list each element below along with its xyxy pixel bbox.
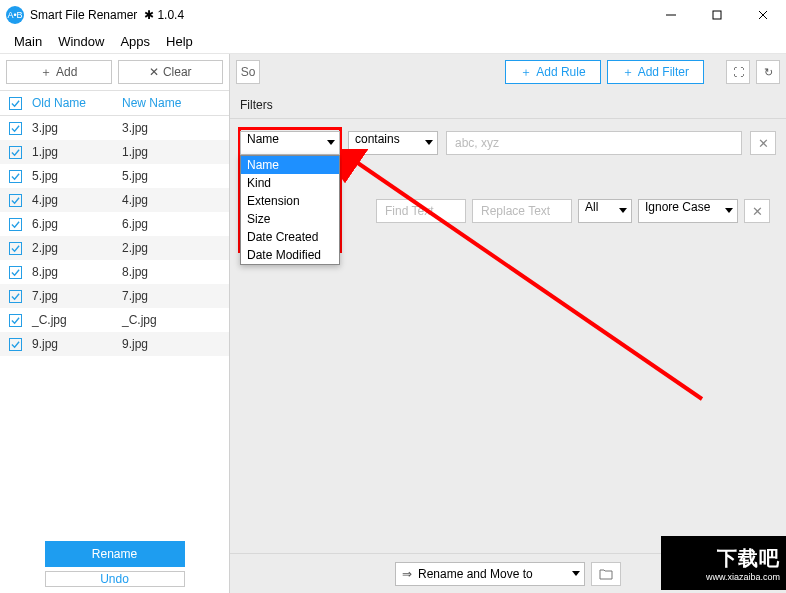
dropdown-option[interactable]: Name <box>241 156 339 174</box>
menu-window[interactable]: Window <box>50 32 112 51</box>
old-name-cell: 7.jpg <box>30 289 120 303</box>
menu-main[interactable]: Main <box>6 32 50 51</box>
dropdown-option[interactable]: Extension <box>241 192 339 210</box>
old-name-cell: 1.jpg <box>30 145 120 159</box>
new-name-cell: 1.jpg <box>120 145 229 159</box>
select-all-checkbox[interactable] <box>9 97 22 110</box>
row-checkbox[interactable] <box>9 314 22 327</box>
table-row[interactable]: 7.jpg7.jpg <box>0 284 229 308</box>
browse-folder-button[interactable] <box>591 562 621 586</box>
row-checkbox[interactable] <box>9 170 22 183</box>
rename-button[interactable]: Rename <box>45 541 185 567</box>
row-checkbox[interactable] <box>9 266 22 279</box>
remove-filter-button[interactable]: ✕ <box>750 131 776 155</box>
svg-rect-1 <box>713 11 721 19</box>
filters-heading: Filters <box>230 90 786 119</box>
dropdown-option[interactable]: Date Modified <box>241 246 339 264</box>
old-name-cell: 6.jpg <box>30 217 120 231</box>
row-checkbox[interactable] <box>9 338 22 351</box>
new-name-cell: 3.jpg <box>120 121 229 135</box>
add-button[interactable]: ＋Add <box>6 60 112 84</box>
title-bar: A•B Smart File Renamer ✱ 1.0.4 <box>0 0 786 30</box>
window-controls <box>648 0 786 30</box>
new-name-cell: 4.jpg <box>120 193 229 207</box>
chevron-down-icon <box>725 208 733 213</box>
new-name-cell: 9.jpg <box>120 337 229 351</box>
watermark: 下载吧 www.xiazaiba.com <box>661 536 786 590</box>
left-panel: ＋Add ✕Clear Old Name New Name 3.jpg3.jpg… <box>0 54 230 593</box>
refresh-icon[interactable]: ↻ <box>756 60 780 84</box>
expand-icon[interactable]: ⛶ <box>726 60 750 84</box>
add-rule-button[interactable]: ＋Add Rule <box>505 60 600 84</box>
old-name-cell: 5.jpg <box>30 169 120 183</box>
row-checkbox[interactable] <box>9 194 22 207</box>
svg-line-5 <box>352 159 702 399</box>
table-row[interactable]: 6.jpg6.jpg <box>0 212 229 236</box>
replace-text-input[interactable]: Replace Text <box>472 199 572 223</box>
table-row[interactable]: 5.jpg5.jpg <box>0 164 229 188</box>
table-row[interactable]: 8.jpg8.jpg <box>0 260 229 284</box>
rename-move-select[interactable]: ⇒Rename and Move to <box>395 562 585 586</box>
chevron-down-icon <box>425 140 433 145</box>
table-row[interactable]: 3.jpg3.jpg <box>0 116 229 140</box>
old-name-cell: 4.jpg <box>30 193 120 207</box>
new-name-cell: _C.jpg <box>120 313 229 327</box>
new-name-cell: 7.jpg <box>120 289 229 303</box>
row-checkbox[interactable] <box>9 146 22 159</box>
filter-value-input[interactable]: abc, xyz <box>446 131 742 155</box>
chevron-down-icon <box>619 208 627 213</box>
row-checkbox[interactable] <box>9 242 22 255</box>
old-name-cell: 3.jpg <box>30 121 120 135</box>
row-checkbox[interactable] <box>9 290 22 303</box>
old-name-cell: 9.jpg <box>30 337 120 351</box>
table-row[interactable]: 9.jpg9.jpg <box>0 332 229 356</box>
filter-condition-select[interactable]: contains <box>348 131 438 155</box>
filter-field-select[interactable]: Name <box>240 131 340 155</box>
case-select[interactable]: Ignore Case <box>638 199 738 223</box>
chevron-down-icon <box>327 140 335 145</box>
new-name-cell: 8.jpg <box>120 265 229 279</box>
new-name-cell: 5.jpg <box>120 169 229 183</box>
filter-field-dropdown[interactable]: NameKindExtensionSizeDate CreatedDate Mo… <box>240 155 340 265</box>
app-title: Smart File Renamer ✱ 1.0.4 <box>30 8 184 22</box>
sort-button[interactable]: So <box>236 60 260 84</box>
old-name-cell: 8.jpg <box>30 265 120 279</box>
grid-header: Old Name New Name <box>0 90 229 116</box>
dropdown-option[interactable]: Date Created <box>241 228 339 246</box>
col-old-name[interactable]: Old Name <box>30 96 120 110</box>
table-row[interactable]: 1.jpg1.jpg <box>0 140 229 164</box>
old-name-cell: _C.jpg <box>30 313 120 327</box>
table-row[interactable]: _C.jpg_C.jpg <box>0 308 229 332</box>
folder-icon <box>599 568 613 580</box>
col-new-name[interactable]: New Name <box>120 96 229 110</box>
new-name-cell: 2.jpg <box>120 241 229 255</box>
remove-rule-button[interactable]: ✕ <box>744 199 770 223</box>
menu-apps[interactable]: Apps <box>112 32 158 51</box>
dropdown-option[interactable]: Kind <box>241 174 339 192</box>
file-list: 3.jpg3.jpg1.jpg1.jpg5.jpg5.jpg4.jpg4.jpg… <box>0 116 229 535</box>
scope-select[interactable]: All <box>578 199 632 223</box>
table-row[interactable]: 4.jpg4.jpg <box>0 188 229 212</box>
maximize-button[interactable] <box>694 0 740 30</box>
undo-button[interactable]: Undo <box>45 571 185 587</box>
chevron-down-icon <box>572 571 580 576</box>
table-row[interactable]: 2.jpg2.jpg <box>0 236 229 260</box>
row-checkbox[interactable] <box>9 122 22 135</box>
annotation-arrow <box>342 149 722 409</box>
row-checkbox[interactable] <box>9 218 22 231</box>
app-icon: A•B <box>6 6 24 24</box>
old-name-cell: 2.jpg <box>30 241 120 255</box>
menu-help[interactable]: Help <box>158 32 201 51</box>
menu-bar: Main Window Apps Help <box>0 30 786 54</box>
dropdown-option[interactable]: Size <box>241 210 339 228</box>
new-name-cell: 6.jpg <box>120 217 229 231</box>
find-text-input[interactable]: Find Text <box>376 199 466 223</box>
add-filter-button[interactable]: ＋Add Filter <box>607 60 704 84</box>
close-button[interactable] <box>740 0 786 30</box>
right-panel: So ＋Add Rule ＋Add Filter ⛶ ↻ Filters Nam… <box>230 54 786 593</box>
filter-row: Name contains abc, xyz ✕ <box>240 131 776 155</box>
minimize-button[interactable] <box>648 0 694 30</box>
clear-button[interactable]: ✕Clear <box>118 60 224 84</box>
